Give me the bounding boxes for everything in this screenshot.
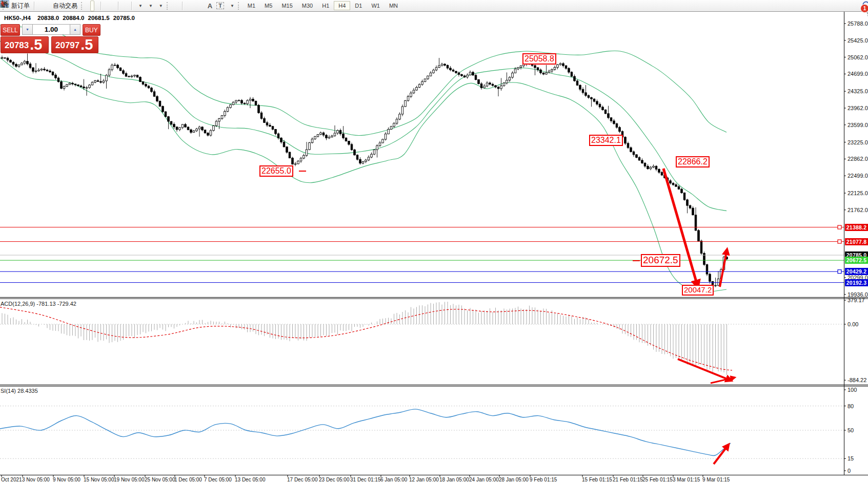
text-label-tool-button[interactable]: T xyxy=(214,1,226,11)
candlestick-chart-button[interactable] xyxy=(90,1,94,11)
svg-text:22499.0: 22499.0 xyxy=(847,173,868,179)
equidistant-channel-button[interactable]: E xyxy=(197,1,201,11)
time-axis: Oct 20213 Nov 05:009 Nov 05:0015 Nov 05:… xyxy=(1,475,730,482)
add-indicator-button[interactable]: ▼ xyxy=(134,1,145,11)
price-tag: 21388.2 xyxy=(845,224,868,231)
time-axis-label: Oct 2021 xyxy=(1,477,22,482)
volume-decrease-button[interactable]: ▼ xyxy=(22,24,33,35)
timeframe-button-h4[interactable]: H4 xyxy=(334,1,350,10)
time-axis-label: 17 Dec 05:00 xyxy=(287,477,318,482)
timeframe-button-m15[interactable]: M15 xyxy=(277,1,297,10)
cursor-button[interactable] xyxy=(172,1,176,11)
ohlc-open: 20838.0 xyxy=(37,15,59,21)
auto-scroll-button[interactable] xyxy=(121,1,125,11)
toolbar-drag-handle[interactable] xyxy=(167,2,170,10)
templates-button[interactable]: ▼ xyxy=(155,1,165,11)
price-callout[interactable]: 20672.5 xyxy=(641,254,680,267)
time-axis-label: 24 Jan 05:00 xyxy=(469,477,499,482)
new-order-label: 新订单 xyxy=(11,2,30,10)
sell-price-main: 20783 xyxy=(5,39,29,52)
autotrading-label: 自动交易 xyxy=(53,2,77,10)
sell-price-frac: .5 xyxy=(30,37,42,52)
time-axis-label: 15 Feb 01:15 xyxy=(582,477,612,482)
toolbar-drag-handle[interactable] xyxy=(81,2,85,10)
deposit-button[interactable] xyxy=(37,1,41,11)
buy-price-frac: .5 xyxy=(80,37,93,52)
crosshair-button[interactable] xyxy=(176,1,180,11)
time-axis-label: 9 Mar 01:15 xyxy=(702,477,730,482)
new-order-button[interactable]: 新订单 xyxy=(8,1,32,11)
time-axis-label: 25 Nov 05:00 xyxy=(145,477,175,482)
chevron-down-icon: ▼ xyxy=(138,4,143,8)
time-axis-label: 3 Mar 01:15 xyxy=(673,477,700,482)
bar-chart-button[interactable] xyxy=(86,1,90,11)
price-callout[interactable]: 23342.1 xyxy=(589,135,623,146)
price-callout[interactable]: 22655.0 xyxy=(259,165,293,177)
macd-panel xyxy=(0,302,844,375)
toolbar-drag-handle[interactable] xyxy=(238,2,241,10)
timeframe-button-d1[interactable]: D1 xyxy=(350,1,367,10)
time-axis-label: 6 Jan 05:00 xyxy=(380,477,408,482)
line-chart-button[interactable] xyxy=(94,1,98,11)
timeframe-button-m30[interactable]: M30 xyxy=(297,1,317,10)
timeframe-button-m1[interactable]: M1 xyxy=(243,1,260,10)
svg-text:23225.0: 23225.0 xyxy=(847,139,868,145)
buy-price-display[interactable]: 20797 .5 xyxy=(51,36,98,53)
ohlc-high: 20884.0 xyxy=(63,15,84,21)
svg-text:0.00: 0.00 xyxy=(847,321,858,327)
signals-button[interactable] xyxy=(45,1,49,11)
trendline-button[interactable] xyxy=(193,1,197,11)
tile-windows-button[interactable] xyxy=(112,1,116,11)
price-callout[interactable]: 22866.2 xyxy=(676,156,710,167)
sell-price-display[interactable]: 20783 .5 xyxy=(1,36,49,53)
chevron-down-icon: ▼ xyxy=(159,4,163,8)
arrow-objects-button[interactable]: ▼ xyxy=(226,1,236,11)
time-axis-label: 19 Nov 05:00 xyxy=(114,477,145,482)
time-axis-label: 28 Jan 05:00 xyxy=(499,477,529,482)
rsi-panel xyxy=(0,406,844,459)
chart-shift-button[interactable] xyxy=(125,1,129,11)
text-tool-button[interactable]: A xyxy=(206,1,214,11)
horizontal-lines xyxy=(0,225,844,282)
cloud-button[interactable] xyxy=(41,1,45,11)
rsi-label: SI(14) 28.4335 xyxy=(1,388,38,394)
chart-header: HK50-,H420838.020884.020681.520785.0 xyxy=(4,15,138,21)
timeframe-button-mn[interactable]: MN xyxy=(385,1,402,10)
time-axis-label: 23 Dec 05:00 xyxy=(319,477,350,482)
svg-text:100: 100 xyxy=(847,387,857,393)
svg-text:-884.22: -884.22 xyxy=(847,377,866,383)
chart-canvas[interactable]: 25788.025425.025062.024699.024325.023962… xyxy=(0,0,868,483)
sell-button[interactable]: SELL xyxy=(1,24,20,36)
price-callout[interactable]: 25058.8 xyxy=(522,53,556,65)
macd-label: ACD(12,26,9) -781.13 -729.42 xyxy=(1,301,76,307)
time-axis-label: 15 Nov 05:00 xyxy=(84,477,114,482)
zoom-in-button[interactable] xyxy=(104,1,108,11)
autotrading-button[interactable]: 自动交易 xyxy=(49,1,79,11)
timeframe-button-w1[interactable]: W1 xyxy=(367,1,385,10)
svg-text:0: 0 xyxy=(847,468,851,474)
price-callout[interactable]: 20047.2 xyxy=(682,285,714,296)
time-axis-label: 9 Nov 05:00 xyxy=(53,477,80,482)
mt-terminal-window: 25788.025425.025062.024699.024325.023962… xyxy=(0,0,868,483)
svg-text:50: 50 xyxy=(847,427,854,433)
svg-text:25062.0: 25062.0 xyxy=(847,54,868,60)
timeframe-button-m5[interactable]: M5 xyxy=(260,1,277,10)
zoom-out-button[interactable] xyxy=(108,1,112,11)
notification-badge: 1 xyxy=(860,4,868,13)
horizontal-line-button[interactable] xyxy=(189,1,193,11)
svg-text:80: 80 xyxy=(847,403,854,409)
macd-axis: 379.170.00-884.22 xyxy=(844,297,866,383)
time-axis-label: 25 Feb 01:15 xyxy=(642,477,673,482)
time-axis-label: 31 Dec 01:15 xyxy=(350,477,381,482)
vertical-line-button[interactable] xyxy=(185,1,189,11)
periods-button[interactable]: ▼ xyxy=(145,1,155,11)
volume-increase-button[interactable]: ▲ xyxy=(70,24,80,35)
rsi-axis: 1008050150 xyxy=(844,387,857,474)
timeframe-button-h1[interactable]: H1 xyxy=(317,1,334,10)
text-label-icon: T xyxy=(216,2,224,9)
fibonacci-button[interactable]: F xyxy=(201,1,206,11)
volume-input[interactable]: 1.00 xyxy=(33,24,70,35)
svg-text:15: 15 xyxy=(847,455,854,461)
buy-button[interactable]: BUY xyxy=(83,24,100,36)
trend-arrows xyxy=(663,169,735,464)
